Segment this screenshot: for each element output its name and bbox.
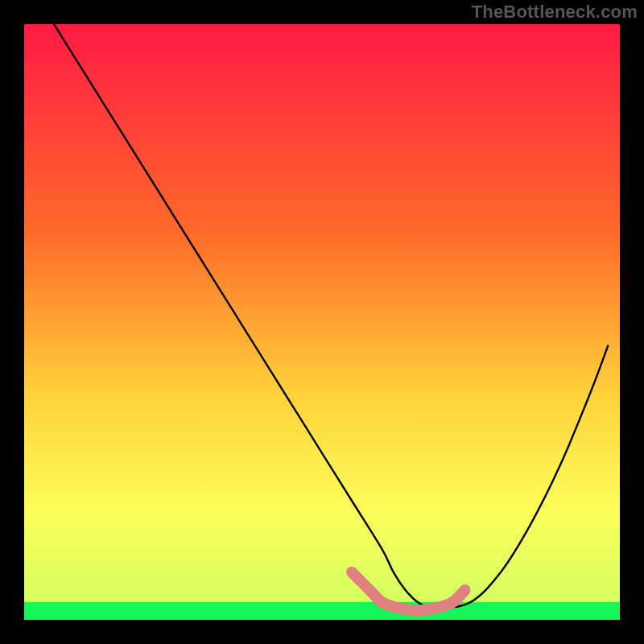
watermark-text: TheBottleneck.com bbox=[472, 2, 638, 23]
plot-area bbox=[24, 24, 620, 620]
heat-gradient-bg bbox=[24, 24, 620, 620]
frame-right bbox=[620, 0, 644, 644]
green-band bbox=[24, 602, 620, 620]
chart-stage: TheBottleneck.com bbox=[0, 0, 644, 644]
frame-bottom bbox=[0, 620, 644, 644]
bottleneck-chart bbox=[0, 0, 644, 644]
frame-left bbox=[0, 0, 24, 644]
